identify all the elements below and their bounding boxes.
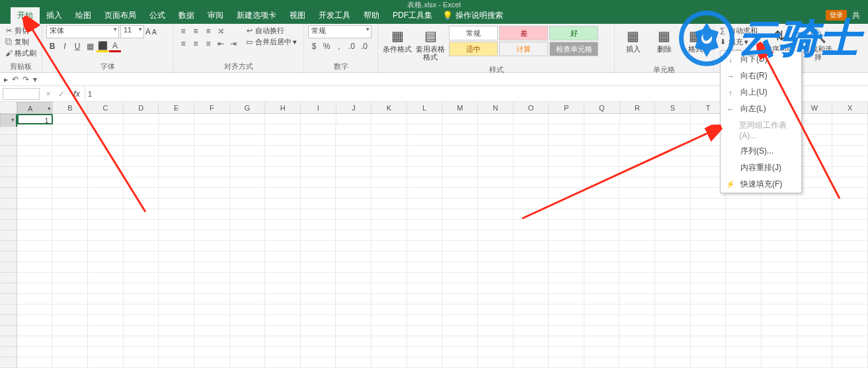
cell[interactable] (797, 262, 833, 273)
col-header-W[interactable]: W (797, 102, 833, 113)
cell[interactable] (265, 199, 301, 209)
cell[interactable] (584, 199, 620, 209)
cell[interactable] (88, 294, 124, 304)
cell[interactable] (514, 209, 549, 220)
cell[interactable] (619, 315, 655, 326)
tab-insert[interactable]: 插入 (40, 7, 69, 24)
cell[interactable] (478, 315, 514, 326)
cell[interactable] (372, 252, 407, 262)
cell[interactable] (478, 283, 514, 294)
cell[interactable] (407, 241, 443, 252)
cell[interactable] (301, 124, 336, 135)
cell[interactable] (52, 357, 88, 368)
cell[interactable] (301, 262, 336, 273)
cell[interactable] (301, 167, 336, 177)
cell[interactable] (514, 241, 549, 252)
cell[interactable] (797, 273, 833, 283)
cell[interactable] (88, 167, 124, 177)
cell[interactable] (17, 262, 53, 273)
cell[interactable] (797, 188, 833, 199)
cell[interactable] (372, 262, 407, 273)
cell[interactable] (265, 315, 301, 326)
cell[interactable] (832, 357, 868, 368)
cell[interactable] (265, 230, 301, 241)
cell[interactable] (584, 230, 620, 241)
indent-inc-icon[interactable]: ⇥ (227, 38, 239, 50)
cell[interactable] (726, 326, 762, 336)
name-box[interactable] (3, 88, 40, 100)
cell[interactable] (832, 304, 868, 315)
cell[interactable] (655, 156, 691, 167)
cell[interactable] (514, 283, 549, 294)
cell[interactable] (372, 188, 407, 199)
cell[interactable] (514, 177, 549, 188)
cell[interactable] (478, 199, 514, 209)
cell[interactable] (159, 252, 194, 262)
col-header-O[interactable]: O (514, 102, 549, 113)
cell[interactable] (194, 230, 230, 241)
cell[interactable] (124, 177, 159, 188)
cell[interactable] (301, 241, 336, 252)
fill-up-item[interactable]: ↑向上(U) (721, 84, 801, 101)
cell[interactable] (584, 135, 620, 146)
cell[interactable] (336, 188, 372, 199)
cell[interactable] (194, 135, 230, 146)
increase-font-icon[interactable]: A (145, 27, 151, 36)
cell[interactable] (159, 167, 194, 177)
cell[interactable] (797, 167, 833, 177)
cell[interactable] (443, 114, 479, 124)
cell[interactable] (265, 262, 301, 273)
fill-justify-item[interactable]: 内容重排(J) (721, 160, 801, 176)
cell[interactable] (726, 220, 762, 230)
cell[interactable] (797, 114, 833, 124)
cell[interactable] (230, 199, 266, 209)
cell[interactable] (124, 230, 159, 241)
cell[interactable] (336, 262, 372, 273)
font-name-select[interactable]: 宋体 (46, 25, 119, 38)
cell[interactable] (514, 199, 549, 209)
cell[interactable] (336, 357, 372, 368)
cell[interactable] (17, 283, 53, 294)
cell[interactable] (514, 146, 549, 156)
cell[interactable] (88, 124, 124, 135)
row-header[interactable] (0, 357, 17, 368)
style-good[interactable]: 好 (549, 26, 598, 40)
style-bad[interactable]: 差 (499, 26, 548, 40)
cell[interactable] (549, 124, 584, 135)
cell[interactable] (124, 304, 159, 315)
cell[interactable] (88, 199, 124, 209)
cell[interactable] (52, 283, 88, 294)
cell[interactable] (372, 336, 407, 347)
tab-home[interactable]: 开始 (11, 7, 40, 24)
cell[interactable] (478, 135, 514, 146)
cell[interactable] (159, 199, 194, 209)
insert-cells-button[interactable]: ▦插入 (619, 25, 647, 65)
fill-series-item[interactable]: 序列(S)... (721, 143, 801, 160)
cell[interactable] (124, 315, 159, 326)
cell[interactable] (301, 230, 336, 241)
row-header[interactable] (0, 241, 17, 252)
cell[interactable] (194, 326, 230, 336)
cell[interactable] (301, 357, 336, 368)
row-header[interactable] (0, 188, 17, 199)
cell[interactable] (478, 156, 514, 167)
cell[interactable] (478, 220, 514, 230)
cell[interactable] (584, 273, 620, 283)
cell[interactable] (655, 262, 691, 273)
cell[interactable] (124, 199, 159, 209)
cell[interactable] (407, 209, 443, 220)
cell[interactable] (407, 336, 443, 347)
cell[interactable] (691, 230, 727, 241)
col-header-L[interactable]: L (407, 102, 443, 113)
cell[interactable] (265, 124, 301, 135)
cell[interactable] (194, 294, 230, 304)
cell[interactable] (619, 347, 655, 357)
cell[interactable] (549, 156, 584, 167)
cell[interactable] (88, 347, 124, 357)
tab-view[interactable]: 视图 (283, 7, 312, 24)
cell[interactable] (159, 273, 194, 283)
cell[interactable] (230, 114, 266, 124)
cell[interactable] (230, 357, 266, 368)
cell[interactable] (52, 304, 88, 315)
cell[interactable] (372, 135, 407, 146)
